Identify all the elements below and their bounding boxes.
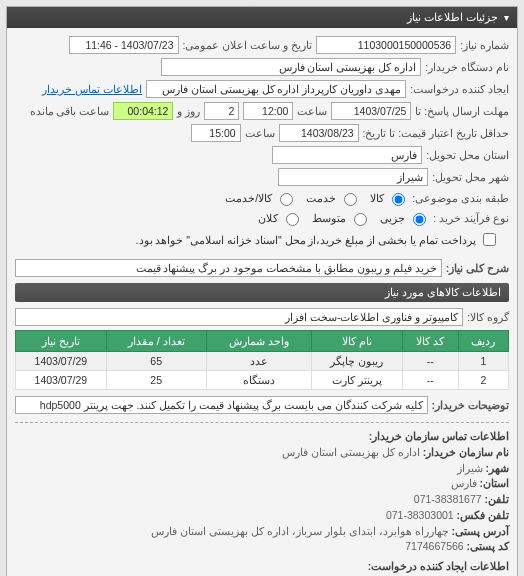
req-no-field: 1103000150000536 xyxy=(316,36,456,54)
buyer-org-label: نام دستگاه خریدار: xyxy=(425,61,509,73)
delivery-prov-field: فارس xyxy=(272,146,422,164)
radio-goods[interactable]: کالا xyxy=(370,190,408,206)
payment-note-checkbox[interactable]: پرداخت تمام یا بخشی از مبلغ خرید،از محل … xyxy=(136,230,499,249)
radio-service[interactable]: خدمت xyxy=(306,190,360,206)
resp-date-field: 1403/07/25 xyxy=(331,102,411,120)
th-qty: تعداد / مقدار xyxy=(106,331,206,352)
credit-until-label: حداقل تاریخ اعتبار قیمت: تا تاریخ: xyxy=(363,127,509,139)
days-suffix: روز و xyxy=(177,105,200,117)
items-table: ردیف کد کالا نام کالا واحد شمارش تعداد /… xyxy=(15,330,509,390)
desc-label: شرح کلی نیاز: xyxy=(446,262,509,274)
th-row: ردیف xyxy=(458,331,508,352)
radio-medium[interactable]: متوسط xyxy=(312,210,370,226)
contact-block: اطلاعات تماس سازمان خریدار: نام سازمان خ… xyxy=(15,422,509,576)
th-date: تاریخ نیاز xyxy=(16,331,107,352)
panel-title: جزئیات اطلاعات نیاز xyxy=(407,11,498,24)
time-suffix: ساعت باقی مانده xyxy=(30,105,110,117)
resp-time-field: 12:00 xyxy=(243,102,293,120)
credit-time-label: ساعت xyxy=(245,127,275,139)
radio-both[interactable]: کالا/خدمت xyxy=(225,190,296,206)
chevron-down-icon: ▾ xyxy=(504,12,509,23)
radio-small[interactable]: جزیی xyxy=(380,210,429,226)
credit-date-field: 1403/08/23 xyxy=(279,124,359,142)
purchase-type-label: نوع فرآیند خرید : xyxy=(433,212,509,224)
pub-dt-label: تاریخ و ساعت اعلان عمومی: xyxy=(183,39,313,51)
goods-group-field: کامپیوتر و فناوری اطلاعات-سخت افزار xyxy=(15,308,463,326)
delivery-prov-label: استان محل تحویل: xyxy=(426,149,509,161)
radio-large[interactable]: کلان xyxy=(258,210,302,226)
purchase-type-radio-group: جزیی متوسط کلان xyxy=(258,210,429,226)
req-no-label: شماره نیاز: xyxy=(460,39,509,51)
buyer-org-field: اداره کل بهزیستی استان فارس xyxy=(161,58,421,76)
panel-header[interactable]: ▾ جزئیات اطلاعات نیاز xyxy=(7,7,517,28)
panel-body: شماره نیاز: 1103000150000536 تاریخ و ساع… xyxy=(7,28,517,576)
requester-field: مهدی داوریان کارپرداز اداره کل بهزیستی ا… xyxy=(146,80,406,98)
th-unit: واحد شمارش xyxy=(206,331,311,352)
th-name: نام کالا xyxy=(311,331,402,352)
resp-time-label: ساعت xyxy=(297,105,327,117)
requester-label: ایجاد کننده درخواست: xyxy=(410,83,509,95)
th-code: کد کالا xyxy=(402,331,458,352)
resp-deadline-label: مهلت ارسال پاسخ: تا xyxy=(415,105,509,117)
table-row: 1 -- ریبون چاپگر عدد 65 1403/07/29 xyxy=(16,352,509,371)
time-remaining-field: 00:04:12 xyxy=(113,102,173,120)
goods-group-label: گروه کالا: xyxy=(467,311,509,323)
contact-section2-title: اطلاعات ایجاد کننده درخواست: xyxy=(368,560,509,572)
details-panel: ▾ جزئیات اطلاعات نیاز شماره نیاز: 110300… xyxy=(6,6,518,576)
delivery-city-field: شیراز xyxy=(278,168,428,186)
delivery-city-label: شهر محل تحویل: xyxy=(432,171,509,183)
pub-dt-field: 1403/07/23 - 11:46 xyxy=(69,36,179,54)
buyer-notes-label: توضیحات خریدار: xyxy=(432,399,509,411)
items-section-title: اطلاعات کالاهای مورد نیاز xyxy=(15,283,509,302)
table-row: 2 -- پرینتر کارت دستگاه 25 1403/07/29 xyxy=(16,371,509,390)
contact-section1-title: اطلاعات تماس سازمان خریدار: xyxy=(369,430,509,442)
category-radio-group: کالا خدمت کالا/خدمت xyxy=(225,190,408,206)
cat-label: طبقه بندی موضوعی: xyxy=(412,192,509,204)
buyer-contact-link[interactable]: اطلاعات تماس خریدار xyxy=(42,83,142,95)
desc-field: خرید فیلم و ریبون مطابق با مشخصات موجود … xyxy=(15,259,442,277)
days-remaining-field: 2 xyxy=(204,102,239,120)
credit-time-field: 15:00 xyxy=(191,124,241,142)
buyer-notes-field: کلیه شرکت کنندگان می بایست برگ پیشنهاد ق… xyxy=(15,396,428,414)
